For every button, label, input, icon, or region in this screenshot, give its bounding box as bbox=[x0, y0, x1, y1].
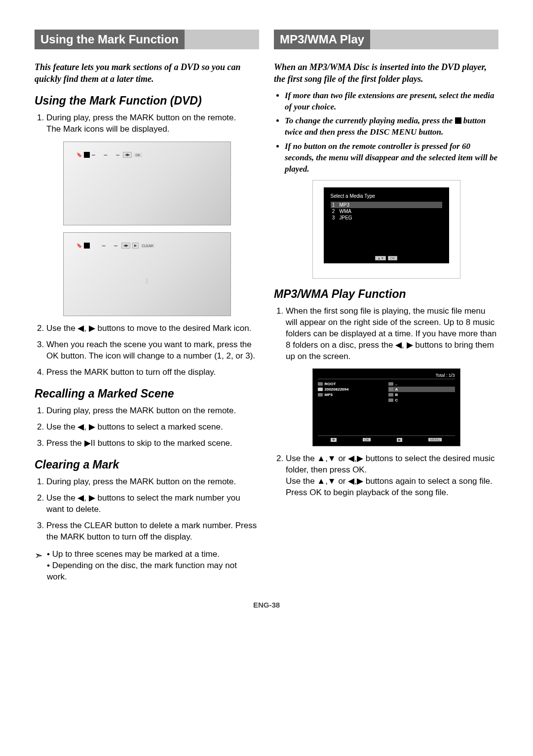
mark-slot-dash: – – bbox=[92, 242, 119, 250]
folder-root: ROOT bbox=[318, 381, 384, 387]
right-bullets: If more than two file extensions are pre… bbox=[274, 90, 498, 176]
steps-recalling: During play, press the MARK button on th… bbox=[35, 405, 259, 449]
note-2: Depending on the disc, the mark function… bbox=[47, 561, 237, 581]
bookmark-icon: 🔖 bbox=[76, 243, 82, 248]
folder-c: C bbox=[388, 397, 455, 403]
heading-recalling: Recalling a Marked Scene bbox=[35, 387, 259, 400]
step-1: When the first song file is playing, the… bbox=[286, 306, 498, 362]
mark-slot-selected bbox=[84, 243, 90, 249]
step-2: Use the ◀, ▶ buttons to select a marked … bbox=[46, 422, 259, 433]
media-row-mp3: 1 MP3 bbox=[331, 202, 442, 208]
menu-label: MENU bbox=[428, 438, 442, 441]
folder-code: 20020822094 bbox=[318, 387, 384, 392]
mark-slot-selected bbox=[84, 152, 90, 158]
steps-mp3-func: When the first song file is playing, the… bbox=[274, 306, 498, 362]
step-2: Use the ▲,▼ or ◀,▶ buttons to select the… bbox=[286, 453, 498, 499]
step-3: Press the ▶II buttons to skip to the mar… bbox=[46, 438, 259, 449]
illustration-file-browser: Total : 1/3 ROOT 20020822094 MP3 .. A B … bbox=[312, 368, 460, 446]
media-row-wma: 2 WMA bbox=[331, 208, 442, 215]
step-2: Use the ◀, ▶ buttons to select the mark … bbox=[46, 493, 259, 515]
step-4: Press the MARK button to turn off the di… bbox=[46, 367, 259, 378]
illustration-media-type: Select a Media Type 1 MP3 2 WMA 3 JPEG ▲… bbox=[312, 180, 460, 279]
left-column: Using the Mark Function This feature let… bbox=[35, 30, 259, 583]
steps-clearing: During play, press the MARK button on th… bbox=[35, 476, 259, 543]
section-bar-left: Using the Mark Function bbox=[35, 30, 259, 49]
heading-mp3-func: MP3/WMA Play Function bbox=[274, 288, 498, 301]
nav-left-right-icon: ◀▶ bbox=[121, 243, 130, 249]
note-1: Up to three scenes may be marked at a ti… bbox=[52, 549, 220, 559]
left-lead: This feature lets you mark sections of a… bbox=[35, 61, 259, 85]
illustration-mark-clear: 🔖 – – ◀▶ ▶ CLEAR 1 bbox=[63, 232, 231, 316]
step-1: During play, press the MARK button on th… bbox=[46, 405, 259, 417]
bookmark-icon: 🔖 bbox=[76, 152, 82, 157]
bullet-2: To change the currently playing media, p… bbox=[285, 115, 498, 138]
step-2: Use the ◀, ▶ buttons to move to the desi… bbox=[46, 323, 259, 334]
steps-using-mark-cont: Use the ◀, ▶ buttons to move to the desi… bbox=[35, 323, 259, 378]
page-number: ENG-38 bbox=[0, 598, 533, 621]
folder-mp3: MP3 bbox=[318, 392, 384, 397]
step-1: During play, press the MARK button on th… bbox=[46, 476, 259, 488]
folder-icon bbox=[318, 393, 323, 396]
media-row-jpeg: 3 JPEG bbox=[331, 215, 442, 221]
folder-icon bbox=[388, 398, 393, 402]
folder-icon bbox=[388, 393, 393, 396]
section-title-right: MP3/WMA Play bbox=[274, 30, 370, 49]
illustration-mark-bar: 🔖 – – – ◀▶ OK bbox=[63, 142, 231, 225]
mark-number-1: 1 bbox=[64, 278, 230, 284]
folder-icon bbox=[388, 382, 393, 386]
pointer-icon: ➣ bbox=[35, 549, 43, 583]
folder-b: B bbox=[388, 392, 455, 397]
media-okbar: ▲▼ OK bbox=[313, 256, 460, 260]
folder-up: .. bbox=[388, 381, 455, 387]
media-title: Select a Media Type bbox=[331, 193, 442, 199]
ok-label: OK bbox=[134, 153, 142, 157]
ok-label: OK bbox=[388, 256, 397, 260]
play-icon: ▶ bbox=[132, 243, 139, 249]
section-title-left: Using the Mark Function bbox=[35, 30, 185, 49]
step-text: The Mark icons will be displayed. bbox=[46, 124, 169, 134]
bullet-1: If more than two file extensions are pre… bbox=[285, 90, 498, 113]
note-block: ➣ • Up to three scenes may be marked at … bbox=[35, 549, 259, 583]
section-bar-right: MP3/WMA Play bbox=[274, 30, 498, 49]
steps-mp3-func-2: Use the ▲,▼ or ◀,▶ buttons to select the… bbox=[274, 453, 498, 499]
nav-arrows-icon: ✥ bbox=[331, 438, 337, 442]
stop-icon bbox=[455, 117, 461, 124]
step-3: When you reach the scene you want to mar… bbox=[46, 339, 259, 362]
right-lead: When an MP3/WMA Disc is inserted into th… bbox=[274, 61, 498, 85]
steps-using-mark: During play, press the MARK button on th… bbox=[35, 112, 259, 135]
mark-slot-dash: – – – bbox=[92, 151, 121, 159]
folder-icon bbox=[388, 388, 393, 391]
heading-using-mark: Using the Mark Function (DVD) bbox=[35, 94, 259, 108]
step-1: During play, press the MARK button on th… bbox=[46, 112, 259, 135]
updown-icon: ▲▼ bbox=[375, 256, 386, 260]
step-text: During play, press the MARK button on th… bbox=[46, 113, 236, 122]
heading-clearing: Clearing a Mark bbox=[35, 458, 259, 471]
folder-icon bbox=[318, 388, 323, 391]
right-column: MP3/WMA Play When an MP3/WMA Disc is ins… bbox=[274, 30, 498, 583]
nav-left-right-icon: ◀▶ bbox=[123, 152, 132, 158]
clear-label: CLEAR bbox=[141, 244, 155, 248]
ok-label: OK bbox=[363, 438, 371, 441]
play-icon: ▶ bbox=[397, 438, 402, 442]
browser-total: Total : 1/3 bbox=[318, 373, 455, 379]
step-3: Press the CLEAR button to delete a mark … bbox=[46, 520, 259, 543]
folder-icon bbox=[318, 382, 323, 386]
folder-a: A bbox=[388, 387, 455, 392]
bullet-3: If no button on the remote controller is… bbox=[285, 141, 498, 175]
